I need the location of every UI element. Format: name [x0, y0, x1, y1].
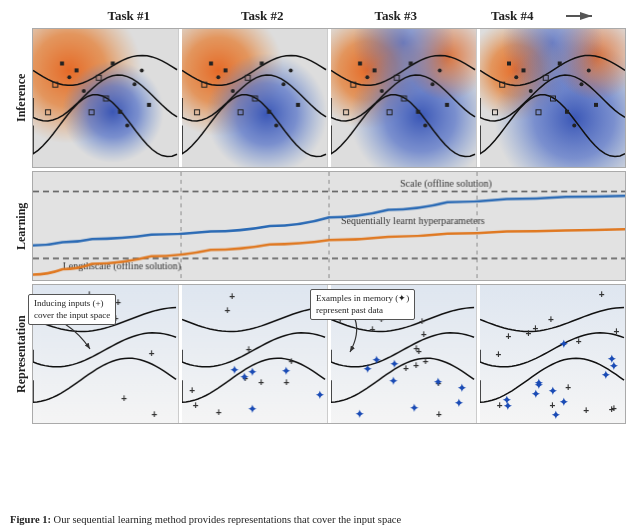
rows-container: Inference Learning — [10, 28, 626, 424]
repr-panel-2 — [182, 285, 328, 423]
inference-panel-2 — [182, 29, 328, 167]
learning-row: Learning — [10, 171, 626, 281]
representation-row: Representation — [10, 284, 626, 424]
learning-label: Learning — [10, 171, 32, 281]
inference-panel-3 — [331, 29, 477, 167]
task-label-3: Task #3 — [329, 8, 463, 24]
caption-figure-label: Figure 1: — [10, 514, 51, 525]
task-label-1: Task #1 — [62, 8, 196, 24]
examples-arrow-icon — [345, 314, 385, 359]
inference-row: Inference — [10, 28, 626, 168]
learning-canvas — [33, 172, 625, 280]
task-label-2: Task #2 — [196, 8, 330, 24]
caption-text: Our sequential learning method provides … — [54, 514, 402, 525]
inducing-arrow-icon — [60, 319, 100, 359]
inference-canvas-1 — [33, 29, 178, 167]
task-label-4: Task #4 — [463, 8, 563, 24]
repr-panel-4 — [480, 285, 625, 423]
repr-canvas-4 — [480, 285, 625, 423]
repr-canvas-2 — [182, 285, 327, 423]
figure-container: Task #1 Task #2 Task #3 Task #4 Inferenc… — [0, 0, 636, 532]
task-header: Task #1 Task #2 Task #3 Task #4 — [10, 8, 626, 28]
caption: Figure 1: Our sequential learning method… — [10, 513, 626, 528]
inference-canvas-2 — [182, 29, 327, 167]
inference-panel-1 — [33, 29, 179, 167]
task-arrow-icon — [566, 9, 596, 23]
repr-canvas-1 — [33, 285, 178, 423]
inference-content — [32, 28, 626, 168]
inference-panel-4 — [480, 29, 625, 167]
inference-canvas-3 — [331, 29, 476, 167]
inference-label: Inference — [10, 28, 32, 168]
representation-label: Representation — [10, 284, 32, 424]
inference-canvas-4 — [480, 29, 625, 167]
representation-content — [32, 284, 626, 424]
learning-content — [32, 171, 626, 281]
repr-panel-1 — [33, 285, 179, 423]
